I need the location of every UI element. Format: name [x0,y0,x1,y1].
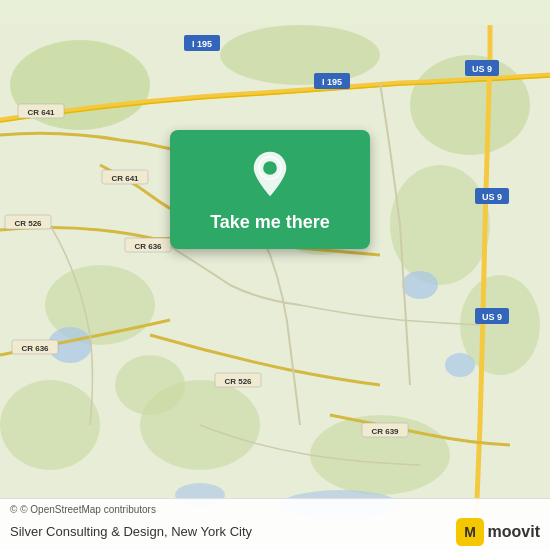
osm-text: © OpenStreetMap contributors [20,504,156,515]
location-pin-icon [246,150,294,198]
svg-point-2 [220,25,380,85]
navigation-card[interactable]: Take me there [170,130,370,249]
svg-point-11 [115,355,185,415]
svg-text:I 195: I 195 [322,77,342,87]
svg-text:CR 639: CR 639 [371,427,399,436]
svg-text:CR 641: CR 641 [111,174,139,183]
svg-text:US 9: US 9 [482,312,502,322]
map-background: I 195 I 195 US 9 US 9 US 9 CR 641 CR 641… [0,0,550,550]
osm-attribution: © © OpenStreetMap contributors [10,504,540,515]
svg-text:CR 636: CR 636 [21,344,49,353]
svg-text:CR 526: CR 526 [224,377,252,386]
location-bar: Silver Consulting & Design, New York Cit… [10,518,540,546]
svg-point-14 [445,353,475,377]
moovit-text: moovit [488,523,540,541]
take-me-there-button[interactable]: Take me there [210,212,330,233]
osm-icon: © [10,504,17,515]
svg-text:US 9: US 9 [472,64,492,74]
svg-text:CR 641: CR 641 [27,108,55,117]
svg-text:M: M [464,524,476,540]
moovit-logo: M moovit [456,518,540,546]
svg-point-4 [390,165,490,285]
svg-text:US 9: US 9 [482,192,502,202]
svg-point-13 [402,271,438,299]
svg-text:I 195: I 195 [192,39,212,49]
svg-text:CR 636: CR 636 [134,242,162,251]
attribution-bar: © © OpenStreetMap contributors Silver Co… [0,498,550,550]
svg-point-9 [0,380,100,470]
map-container: I 195 I 195 US 9 US 9 US 9 CR 641 CR 641… [0,0,550,550]
svg-point-41 [263,161,277,175]
location-pin-container [246,150,294,202]
moovit-icon: M [456,518,484,546]
location-text: Silver Consulting & Design, New York Cit… [10,524,252,539]
svg-text:CR 526: CR 526 [14,219,42,228]
